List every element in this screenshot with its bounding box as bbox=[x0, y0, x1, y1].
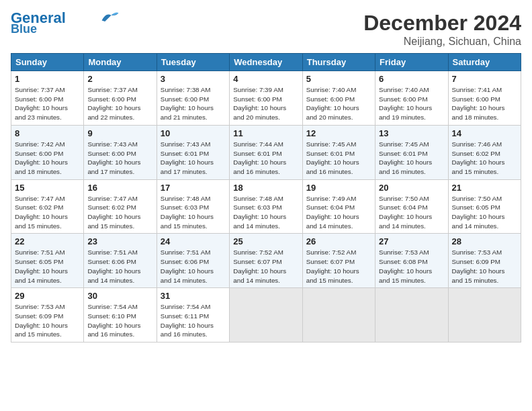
logo-blue-text: Blue bbox=[11, 23, 37, 35]
day-number: 2 bbox=[87, 74, 152, 84]
calendar-cell: 8Sunrise: 7:42 AMSunset: 6:00 PMDaylight… bbox=[11, 125, 84, 179]
calendar-cell: 15Sunrise: 7:47 AMSunset: 6:02 PMDayligh… bbox=[11, 179, 84, 234]
calendar-cell: 10Sunrise: 7:43 AMSunset: 6:01 PMDayligh… bbox=[157, 125, 229, 179]
calendar-cell: 9Sunrise: 7:43 AMSunset: 6:00 PMDaylight… bbox=[84, 125, 157, 179]
calendar-cell: 14Sunrise: 7:46 AMSunset: 6:02 PMDayligh… bbox=[448, 125, 521, 179]
day-info: Sunrise: 7:52 AMSunset: 6:07 PMDaylight:… bbox=[306, 248, 371, 285]
calendar-cell: 20Sunrise: 7:50 AMSunset: 6:04 PMDayligh… bbox=[375, 179, 448, 234]
calendar-cell: 28Sunrise: 7:53 AMSunset: 6:09 PMDayligh… bbox=[448, 234, 521, 288]
calendar-week-row: 8Sunrise: 7:42 AMSunset: 6:00 PMDaylight… bbox=[11, 125, 521, 179]
day-number: 26 bbox=[306, 236, 371, 246]
calendar-week-row: 1Sunrise: 7:37 AMSunset: 6:00 PMDaylight… bbox=[11, 71, 521, 126]
day-number: 3 bbox=[161, 74, 226, 84]
day-number: 22 bbox=[15, 236, 80, 246]
calendar-cell bbox=[448, 288, 521, 342]
day-number: 20 bbox=[379, 183, 444, 193]
day-number: 28 bbox=[452, 236, 517, 246]
weekday-header-thursday: Thursday bbox=[302, 54, 375, 71]
weekday-header-sunday: Sunday bbox=[11, 54, 84, 71]
weekday-header-tuesday: Tuesday bbox=[157, 54, 229, 71]
calendar-cell: 26Sunrise: 7:52 AMSunset: 6:07 PMDayligh… bbox=[302, 234, 375, 288]
day-info: Sunrise: 7:54 AMSunset: 6:10 PMDaylight:… bbox=[87, 302, 152, 339]
day-number: 12 bbox=[306, 128, 371, 138]
day-info: Sunrise: 7:40 AMSunset: 6:00 PMDaylight:… bbox=[306, 85, 371, 122]
day-info: Sunrise: 7:47 AMSunset: 6:02 PMDaylight:… bbox=[15, 194, 80, 231]
day-info: Sunrise: 7:53 AMSunset: 6:09 PMDaylight:… bbox=[15, 302, 80, 339]
day-number: 8 bbox=[15, 128, 80, 138]
day-info: Sunrise: 7:54 AMSunset: 6:11 PMDaylight:… bbox=[161, 302, 226, 339]
day-info: Sunrise: 7:51 AMSunset: 6:06 PMDaylight:… bbox=[161, 248, 226, 285]
weekday-header-saturday: Saturday bbox=[448, 54, 521, 71]
day-info: Sunrise: 7:50 AMSunset: 6:05 PMDaylight:… bbox=[452, 194, 517, 231]
calendar-cell: 22Sunrise: 7:51 AMSunset: 6:05 PMDayligh… bbox=[11, 234, 84, 288]
calendar-cell: 16Sunrise: 7:47 AMSunset: 6:02 PMDayligh… bbox=[84, 179, 157, 234]
weekday-header-monday: Monday bbox=[84, 54, 157, 71]
day-info: Sunrise: 7:43 AMSunset: 6:00 PMDaylight:… bbox=[87, 140, 152, 177]
day-info: Sunrise: 7:52 AMSunset: 6:07 PMDaylight:… bbox=[233, 248, 298, 285]
page-header: General Blue December 2024 Neijiang, Sic… bbox=[11, 11, 521, 48]
day-number: 5 bbox=[306, 74, 371, 84]
day-number: 24 bbox=[161, 236, 226, 246]
calendar-cell bbox=[375, 288, 448, 342]
day-info: Sunrise: 7:37 AMSunset: 6:00 PMDaylight:… bbox=[87, 85, 152, 122]
day-number: 6 bbox=[379, 74, 444, 84]
day-number: 13 bbox=[379, 128, 444, 138]
calendar-cell: 29Sunrise: 7:53 AMSunset: 6:09 PMDayligh… bbox=[11, 288, 84, 342]
day-number: 21 bbox=[452, 183, 517, 193]
calendar-cell: 6Sunrise: 7:40 AMSunset: 6:00 PMDaylight… bbox=[375, 71, 448, 126]
calendar-cell: 4Sunrise: 7:39 AMSunset: 6:00 PMDaylight… bbox=[230, 71, 302, 126]
day-number: 19 bbox=[306, 183, 371, 193]
calendar-cell: 24Sunrise: 7:51 AMSunset: 6:06 PMDayligh… bbox=[157, 234, 229, 288]
calendar-cell: 1Sunrise: 7:37 AMSunset: 6:00 PMDaylight… bbox=[11, 71, 84, 126]
calendar-cell: 13Sunrise: 7:45 AMSunset: 6:01 PMDayligh… bbox=[375, 125, 448, 179]
day-info: Sunrise: 7:38 AMSunset: 6:00 PMDaylight:… bbox=[161, 85, 226, 122]
day-number: 23 bbox=[87, 236, 152, 246]
day-number: 25 bbox=[233, 236, 298, 246]
day-number: 30 bbox=[87, 291, 152, 301]
calendar-cell: 27Sunrise: 7:53 AMSunset: 6:08 PMDayligh… bbox=[375, 234, 448, 288]
day-number: 11 bbox=[233, 128, 298, 138]
calendar-cell: 2Sunrise: 7:37 AMSunset: 6:00 PMDaylight… bbox=[84, 71, 157, 126]
day-info: Sunrise: 7:48 AMSunset: 6:03 PMDaylight:… bbox=[161, 194, 226, 231]
day-info: Sunrise: 7:53 AMSunset: 6:09 PMDaylight:… bbox=[452, 248, 517, 285]
day-info: Sunrise: 7:47 AMSunset: 6:02 PMDaylight:… bbox=[87, 194, 152, 231]
calendar-cell: 31Sunrise: 7:54 AMSunset: 6:11 PMDayligh… bbox=[157, 288, 229, 342]
title-block: December 2024 Neijiang, Sichuan, China bbox=[363, 11, 521, 48]
day-info: Sunrise: 7:39 AMSunset: 6:00 PMDaylight:… bbox=[233, 85, 298, 122]
day-number: 15 bbox=[15, 183, 80, 193]
day-info: Sunrise: 7:50 AMSunset: 6:04 PMDaylight:… bbox=[379, 194, 444, 231]
day-number: 10 bbox=[161, 128, 226, 138]
calendar-cell bbox=[230, 288, 302, 342]
logo: General Blue bbox=[11, 11, 120, 35]
logo-bird-icon bbox=[101, 11, 120, 23]
day-info: Sunrise: 7:46 AMSunset: 6:02 PMDaylight:… bbox=[452, 140, 517, 177]
calendar-cell: 3Sunrise: 7:38 AMSunset: 6:00 PMDaylight… bbox=[157, 71, 229, 126]
day-number: 27 bbox=[379, 236, 444, 246]
month-title: December 2024 bbox=[363, 11, 521, 36]
day-info: Sunrise: 7:45 AMSunset: 6:01 PMDaylight:… bbox=[306, 140, 371, 177]
day-info: Sunrise: 7:53 AMSunset: 6:08 PMDaylight:… bbox=[379, 248, 444, 285]
calendar-week-row: 15Sunrise: 7:47 AMSunset: 6:02 PMDayligh… bbox=[11, 179, 521, 234]
calendar-cell: 23Sunrise: 7:51 AMSunset: 6:06 PMDayligh… bbox=[84, 234, 157, 288]
day-number: 31 bbox=[161, 291, 226, 301]
day-number: 1 bbox=[15, 74, 80, 84]
day-info: Sunrise: 7:44 AMSunset: 6:01 PMDaylight:… bbox=[233, 140, 298, 177]
weekday-header-wednesday: Wednesday bbox=[230, 54, 302, 71]
day-info: Sunrise: 7:42 AMSunset: 6:00 PMDaylight:… bbox=[15, 140, 80, 177]
weekday-header-friday: Friday bbox=[375, 54, 448, 71]
day-number: 7 bbox=[452, 74, 517, 84]
day-number: 9 bbox=[87, 128, 152, 138]
calendar-cell: 25Sunrise: 7:52 AMSunset: 6:07 PMDayligh… bbox=[230, 234, 302, 288]
calendar-cell bbox=[302, 288, 375, 342]
day-info: Sunrise: 7:51 AMSunset: 6:05 PMDaylight:… bbox=[15, 248, 80, 285]
day-number: 18 bbox=[233, 183, 298, 193]
weekday-header-row: SundayMondayTuesdayWednesdayThursdayFrid… bbox=[11, 54, 521, 71]
calendar-cell: 12Sunrise: 7:45 AMSunset: 6:01 PMDayligh… bbox=[302, 125, 375, 179]
calendar-week-row: 22Sunrise: 7:51 AMSunset: 6:05 PMDayligh… bbox=[11, 234, 521, 288]
day-number: 4 bbox=[233, 74, 298, 84]
day-number: 16 bbox=[87, 183, 152, 193]
day-info: Sunrise: 7:48 AMSunset: 6:03 PMDaylight:… bbox=[233, 194, 298, 231]
day-info: Sunrise: 7:41 AMSunset: 6:00 PMDaylight:… bbox=[452, 85, 517, 122]
calendar-cell: 18Sunrise: 7:48 AMSunset: 6:03 PMDayligh… bbox=[230, 179, 302, 234]
day-number: 17 bbox=[161, 183, 226, 193]
